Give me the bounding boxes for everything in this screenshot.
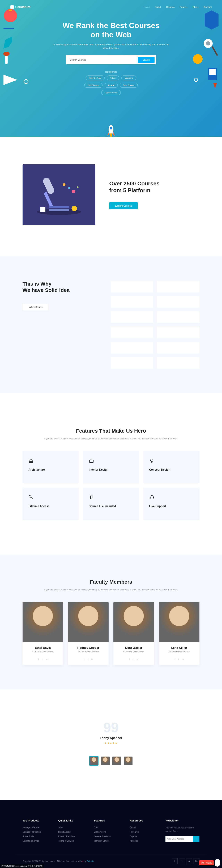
testimonial-thumb[interactable] <box>101 756 109 765</box>
scroll-top-button[interactable] <box>215 859 220 867</box>
download-button[interactable]: 我们下载吧 <box>199 860 214 865</box>
svg-point-7 <box>206 41 210 45</box>
about-title: Over 2500 Courses from 5 Platform <box>109 180 160 193</box>
pill[interactable]: Marketing <box>121 75 136 81</box>
faculty-card: Lena Keller Sr. Faculty Data Science f t… <box>159 602 199 665</box>
search-input[interactable] <box>67 57 138 63</box>
pill[interactable]: Android <box>104 83 118 88</box>
pill[interactable]: UI/UX Design <box>84 83 102 88</box>
testimonial-section: 99 Fanny Spencer ★★★★★ <box>33 724 189 765</box>
footer-link[interactable]: Investor Relations <box>94 835 123 838</box>
grid-cell <box>110 296 153 308</box>
svg-rect-24 <box>49 206 69 208</box>
newsletter-desc: You can trust us. we only send promo off… <box>165 826 199 833</box>
footer-link[interactable]: Guides <box>130 826 159 829</box>
nav-courses[interactable]: Courses <box>166 6 175 8</box>
hero-content: We Rank the Best Courses on the Web In t… <box>50 21 172 95</box>
facebook-icon[interactable]: f <box>175 658 175 660</box>
footer-link[interactable]: Power Tools <box>23 835 51 838</box>
facebook-icon[interactable]: f <box>38 658 39 660</box>
solid-grid <box>110 281 199 369</box>
svg-point-9 <box>193 54 202 64</box>
rocket-icon <box>107 124 115 136</box>
linkedin-icon[interactable]: in <box>46 658 47 660</box>
features-title: Features That Make Us Hero <box>23 428 199 434</box>
feature-card: Interior Design <box>83 451 139 484</box>
pill[interactable]: Cryptocurrency <box>101 90 121 95</box>
faculty-photo <box>114 602 154 642</box>
grid-cell <box>157 342 199 353</box>
solid-title: This is Why We have Solid Idea <box>23 281 97 293</box>
footer-link[interactable]: Investor Relations <box>58 835 87 838</box>
svg-point-26 <box>72 206 77 211</box>
footer-heading: Features <box>94 819 123 822</box>
files-icon <box>89 495 94 500</box>
faculty-section: Faculty Members If you are looking at bl… <box>0 555 222 689</box>
nav-home[interactable]: Home <box>144 6 150 8</box>
pill[interactable]: Ruby On Rails <box>86 75 104 81</box>
footer-link[interactable]: Brand Assets <box>58 831 87 833</box>
footer-link[interactable]: Experts <box>130 835 159 838</box>
briefcase-icon <box>89 458 94 463</box>
hero-decor-left <box>0 5 35 89</box>
newsletter-input[interactable] <box>165 836 193 842</box>
svg-point-19 <box>63 183 66 186</box>
footer-bottom: Copyright ©2024 All rights reserved | Th… <box>15 855 207 864</box>
footer-link[interactable]: Jobs <box>58 826 87 829</box>
dribbble-icon[interactable]: ◉ <box>186 858 192 864</box>
linkedin-icon[interactable]: in <box>137 658 138 660</box>
twitter-icon[interactable]: t <box>42 658 43 660</box>
nav-about[interactable]: About <box>155 6 161 8</box>
svg-rect-2 <box>3 28 14 29</box>
facebook-icon[interactable]: f <box>129 658 130 660</box>
behance-icon[interactable]: Be <box>194 858 199 864</box>
pill[interactable]: Data Science <box>120 83 138 88</box>
headset-icon <box>149 495 154 500</box>
feature-card: Lifetime Access <box>23 488 79 520</box>
svg-point-22 <box>77 186 78 188</box>
twitter-icon[interactable]: t <box>87 658 88 660</box>
testimonial-thumb[interactable] <box>124 756 132 765</box>
faculty-name: Lena Keller <box>159 646 199 650</box>
facebook-icon[interactable]: f <box>172 858 178 864</box>
footer-link[interactable]: Research <box>130 831 159 833</box>
testimonial-thumb[interactable] <box>90 756 98 765</box>
footer-link[interactable]: Brand Assets <box>94 831 123 833</box>
svg-rect-30 <box>90 495 92 498</box>
linkedin-icon[interactable]: in <box>182 658 184 660</box>
twitter-icon[interactable]: t <box>133 658 133 660</box>
grid-cell <box>157 311 199 323</box>
nav-pages[interactable]: Pages▾ <box>180 6 188 8</box>
svg-rect-18 <box>42 177 55 195</box>
footer-link[interactable]: Jobs <box>94 826 123 829</box>
footer-link[interactable]: Manage Reputation <box>23 831 51 833</box>
footer-link[interactable]: Terms of Service <box>58 840 87 842</box>
features-grid: Architecture Interior Design Concept Des… <box>23 451 199 520</box>
footer-col-quicklinks: Quick Links Jobs Brand Assets Investor R… <box>58 819 87 844</box>
footer-link[interactable]: Marketing Service <box>23 840 51 842</box>
footer-link[interactable]: Managed Website <box>23 826 51 829</box>
grid-cell <box>157 281 199 292</box>
about-section: Over 2500 Courses from 5 Platform Explor… <box>15 164 207 225</box>
about-text: Over 2500 Courses from 5 Platform Explor… <box>109 180 160 209</box>
pill[interactable]: Python <box>107 75 119 81</box>
newsletter-submit[interactable]: → <box>193 836 199 842</box>
explore-courses-button[interactable]: Explore Courses <box>23 304 49 311</box>
faculty-photo <box>159 602 199 642</box>
solid-text: This is Why We have Solid Idea Explore C… <box>23 281 97 311</box>
footer-link[interactable]: Agencies <box>130 840 159 842</box>
feature-name: Source File Included <box>89 505 133 508</box>
linkedin-icon[interactable]: in <box>91 658 93 660</box>
search-button[interactable]: Search <box>138 57 155 63</box>
explore-courses-button[interactable]: Explore Courses <box>109 202 138 209</box>
testimonial-thumb[interactable] <box>113 756 121 765</box>
twitter-icon[interactable]: t <box>179 858 185 864</box>
facebook-icon[interactable]: f <box>84 658 84 660</box>
author-link[interactable]: Colorlib <box>87 860 94 863</box>
footer-link[interactable]: Terms of Service <box>94 840 123 842</box>
site-footer: Top Products Managed Website Manage Repu… <box>0 800 222 868</box>
twitter-icon[interactable]: t <box>178 658 179 660</box>
pill-row-2: UI/UX Design Android Data Science <box>50 83 172 88</box>
faculty-role: Sr. Faculty Data Science <box>68 651 108 653</box>
hero-section: Educature Home About Courses Pages▾ Blog… <box>0 0 222 136</box>
